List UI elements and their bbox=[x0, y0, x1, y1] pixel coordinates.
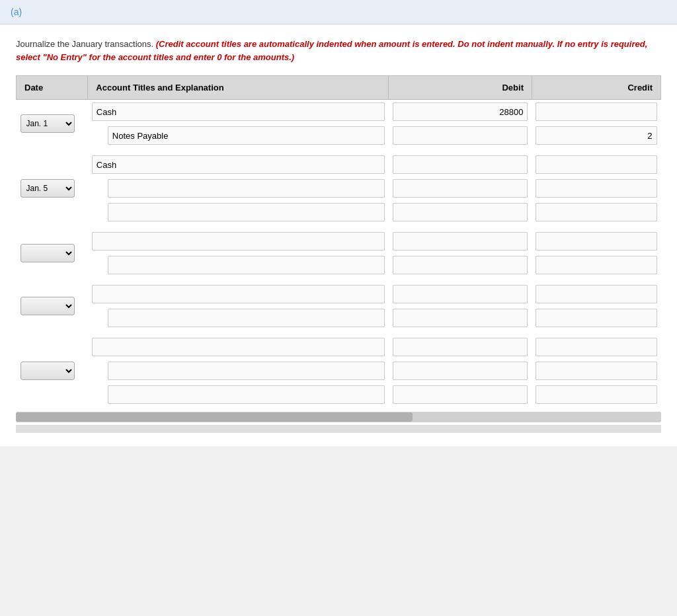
debit-input[interactable] bbox=[393, 232, 528, 250]
account-input[interactable] bbox=[108, 309, 385, 327]
table-row bbox=[17, 200, 661, 224]
credit-input[interactable] bbox=[536, 285, 657, 303]
credit-input[interactable] bbox=[536, 256, 657, 274]
account-input[interactable] bbox=[108, 385, 385, 404]
account-cell bbox=[88, 253, 389, 277]
date-cell-1: Jan. 1 bbox=[17, 100, 88, 148]
part-label: (a) bbox=[0, 0, 677, 24]
spacer-row bbox=[17, 277, 661, 282]
account-input[interactable] bbox=[92, 338, 385, 356]
main-content: Journalize the January transactions. (Cr… bbox=[0, 24, 677, 446]
debit-cell bbox=[389, 229, 532, 253]
debit-cell bbox=[389, 253, 532, 277]
table-row bbox=[17, 253, 661, 277]
date-select-1[interactable]: Jan. 1 bbox=[20, 114, 75, 133]
debit-input[interactable] bbox=[393, 126, 528, 145]
date-cell-2: Jan. 5 bbox=[17, 153, 88, 224]
debit-cell bbox=[389, 176, 532, 200]
date-cell-3 bbox=[17, 229, 88, 277]
table-row bbox=[17, 124, 661, 147]
account-input[interactable] bbox=[108, 179, 385, 198]
header-debit: Debit bbox=[389, 76, 532, 100]
credit-input[interactable] bbox=[536, 179, 657, 198]
credit-cell bbox=[532, 229, 660, 253]
table-row bbox=[17, 383, 661, 406]
debit-input[interactable] bbox=[393, 179, 528, 198]
credit-cell bbox=[532, 282, 660, 306]
credit-input[interactable] bbox=[536, 309, 657, 327]
account-input[interactable] bbox=[92, 232, 385, 250]
credit-cell bbox=[532, 359, 660, 383]
credit-input[interactable] bbox=[536, 203, 657, 221]
page-wrapper: (a) Journalize the January transactions.… bbox=[0, 0, 677, 616]
debit-cell bbox=[389, 383, 532, 406]
credit-input[interactable] bbox=[536, 126, 657, 145]
credit-cell bbox=[532, 153, 660, 176]
table-row bbox=[17, 359, 661, 383]
debit-cell bbox=[389, 124, 532, 147]
debit-input[interactable] bbox=[393, 203, 528, 221]
debit-cell bbox=[389, 282, 532, 306]
date-cell-4 bbox=[17, 282, 88, 330]
debit-input[interactable] bbox=[393, 309, 528, 327]
credit-cell bbox=[532, 306, 660, 330]
account-cell bbox=[88, 176, 389, 200]
journal-table: Date Account Titles and Explanation Debi… bbox=[16, 75, 661, 406]
debit-input[interactable] bbox=[393, 256, 528, 274]
debit-cell bbox=[389, 200, 532, 224]
header-account: Account Titles and Explanation bbox=[88, 76, 389, 100]
debit-input[interactable] bbox=[393, 155, 528, 174]
account-input[interactable] bbox=[92, 285, 385, 303]
debit-cell bbox=[389, 100, 532, 124]
credit-cell bbox=[532, 253, 660, 277]
table-row: Jan. 5 bbox=[17, 153, 661, 176]
debit-cell bbox=[389, 153, 532, 176]
scrollbar-thumb[interactable] bbox=[16, 412, 413, 422]
debit-input[interactable] bbox=[393, 338, 528, 356]
table-row: Jan. 1 bbox=[17, 100, 661, 124]
account-input[interactable] bbox=[92, 155, 385, 174]
table-row bbox=[17, 176, 661, 200]
credit-input[interactable] bbox=[536, 155, 657, 174]
debit-cell bbox=[389, 306, 532, 330]
credit-cell bbox=[532, 335, 660, 359]
account-input[interactable] bbox=[108, 362, 385, 380]
debit-cell bbox=[389, 335, 532, 359]
account-cell bbox=[88, 359, 389, 383]
debit-input[interactable] bbox=[393, 102, 528, 121]
account-cell bbox=[88, 100, 389, 124]
credit-input[interactable] bbox=[536, 338, 657, 356]
horizontal-scrollbar[interactable] bbox=[16, 412, 661, 422]
table-row bbox=[17, 335, 661, 359]
account-cell-indent bbox=[88, 124, 389, 147]
debit-input[interactable] bbox=[393, 385, 528, 404]
date-cell-5 bbox=[17, 335, 88, 406]
account-input[interactable] bbox=[108, 256, 385, 274]
instruction-static: Journalize the January transactions. bbox=[16, 39, 156, 49]
credit-cell bbox=[532, 383, 660, 406]
credit-input[interactable] bbox=[536, 232, 657, 250]
credit-cell bbox=[532, 176, 660, 200]
date-select-2[interactable]: Jan. 5 bbox=[20, 179, 75, 198]
debit-input[interactable] bbox=[393, 362, 528, 380]
spacer-row bbox=[17, 330, 661, 335]
credit-input[interactable] bbox=[536, 385, 657, 404]
debit-input[interactable] bbox=[393, 285, 528, 303]
bottom-bar bbox=[16, 425, 661, 433]
spacer-row bbox=[17, 224, 661, 229]
table-row bbox=[17, 306, 661, 330]
account-cell bbox=[88, 282, 389, 306]
date-select-4[interactable] bbox=[20, 297, 75, 315]
account-input[interactable] bbox=[108, 203, 385, 221]
account-cell bbox=[88, 153, 389, 176]
credit-input[interactable] bbox=[536, 102, 657, 121]
debit-cell bbox=[389, 359, 532, 383]
account-input[interactable] bbox=[92, 102, 385, 121]
date-select-3[interactable] bbox=[20, 244, 75, 262]
account-cell bbox=[88, 335, 389, 359]
account-cell bbox=[88, 306, 389, 330]
credit-cell bbox=[532, 100, 660, 124]
date-select-5[interactable] bbox=[20, 362, 75, 380]
account-input-indent[interactable] bbox=[108, 126, 385, 145]
credit-input[interactable] bbox=[536, 362, 657, 380]
